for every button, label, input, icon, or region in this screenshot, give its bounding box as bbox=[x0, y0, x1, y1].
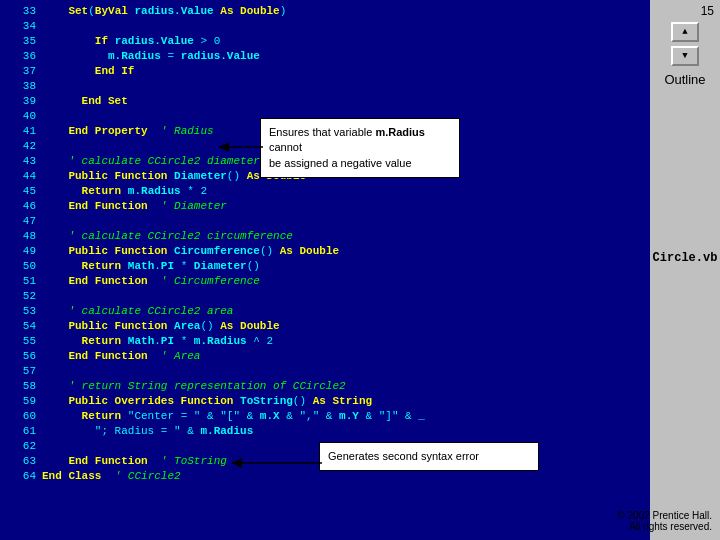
code-line-39: 39 End Set bbox=[8, 94, 642, 109]
tooltip2-text: Generates second syntax error bbox=[328, 450, 479, 462]
code-line-33: 33 Set(ByVal radius.Value As Double) bbox=[8, 4, 642, 19]
page-number: 15 bbox=[701, 4, 714, 18]
tooltip1-arrow bbox=[219, 139, 263, 155]
navigate-up-button[interactable] bbox=[671, 22, 699, 42]
code-line-38: 38 bbox=[8, 79, 642, 94]
code-line-37: 37 End If bbox=[8, 64, 642, 79]
svg-marker-1 bbox=[219, 142, 229, 152]
code-line-52: 52 bbox=[8, 289, 642, 304]
code-line-50: 50 Return Math.PI * Diameter() bbox=[8, 259, 642, 274]
code-line-36: 36 m.Radius = radius.Value bbox=[8, 49, 642, 64]
circle-vb-label: Circle.vb bbox=[653, 251, 718, 265]
code-line-35: 35 If radius.Value > 0 bbox=[8, 34, 642, 49]
code-line-54: 54 Public Function Area() As Double bbox=[8, 319, 642, 334]
code-line-59: 59 Public Overrides Function ToString() … bbox=[8, 394, 642, 409]
svg-marker-3 bbox=[232, 458, 242, 468]
code-line-48: 48 ' calculate CCircle2 circumference bbox=[8, 229, 642, 244]
code-line-45: 45 Return m.Radius * 2 bbox=[8, 184, 642, 199]
code-line-51: 51 End Function ' Circumference bbox=[8, 274, 642, 289]
copyright: © 2002 Prentice Hall. All rights reserve… bbox=[617, 510, 712, 532]
code-line-49: 49 Public Function Circumference() As Do… bbox=[8, 244, 642, 259]
code-line-61: 61 "; Radius = " & m.Radius bbox=[8, 424, 642, 439]
tooltip1-text: Ensures that variable m.Radius cannotbe … bbox=[269, 126, 425, 169]
code-line-55: 55 Return Math.PI * m.Radius ^ 2 bbox=[8, 334, 642, 349]
tooltip2-callout: Generates second syntax error bbox=[319, 442, 539, 471]
code-line-57: 57 bbox=[8, 364, 642, 379]
navigate-down-button[interactable] bbox=[671, 46, 699, 66]
code-line-56: 56 End Function ' Area bbox=[8, 349, 642, 364]
copyright-line1: © 2002 Prentice Hall. bbox=[617, 510, 712, 521]
code-line-53: 53 ' calculate CCircle2 area bbox=[8, 304, 642, 319]
outline-label: Outline bbox=[664, 72, 705, 87]
code-line-60: 60 Return "Center = " & "[" & m.X & "," … bbox=[8, 409, 642, 424]
right-panel: 15 Outline Circle.vb bbox=[650, 0, 720, 540]
code-line-47: 47 bbox=[8, 214, 642, 229]
code-line-46: 46 End Function ' Diameter bbox=[8, 199, 642, 214]
code-area: 33 Set(ByVal radius.Value As Double) 34 … bbox=[0, 0, 650, 510]
code-line-34: 34 bbox=[8, 19, 642, 34]
tooltip2-arrow bbox=[232, 453, 322, 473]
code-line-58: 58 ' return String representation of CCi… bbox=[8, 379, 642, 394]
copyright-line2: All rights reserved. bbox=[617, 521, 712, 532]
tooltip1-callout: Ensures that variable m.Radius cannotbe … bbox=[260, 118, 460, 178]
